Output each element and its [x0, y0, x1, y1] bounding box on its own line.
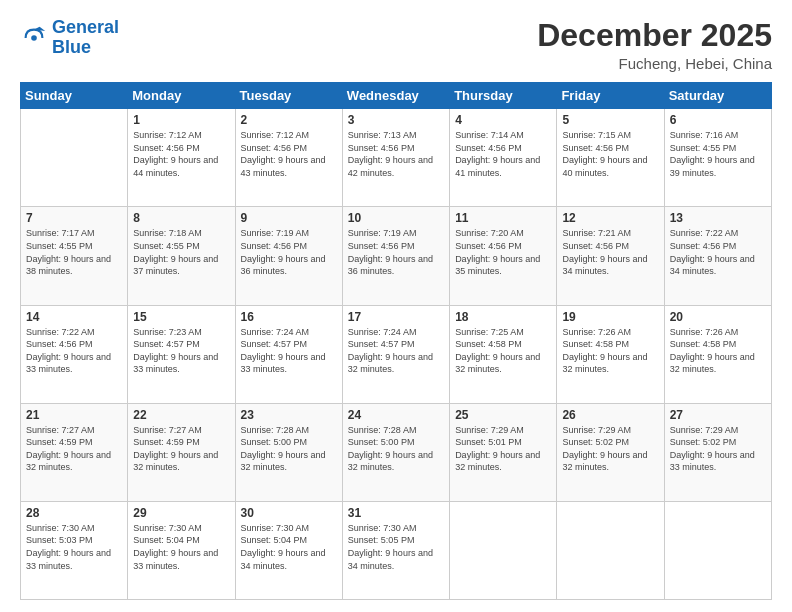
- calendar-cell-w3-d7: 20Sunrise: 7:26 AMSunset: 4:58 PMDayligh…: [664, 305, 771, 403]
- daylight-text: Daylight: 9 hours and 33 minutes.: [133, 351, 229, 376]
- sunset-text: Sunset: 4:55 PM: [26, 240, 122, 253]
- daylight-text: Daylight: 9 hours and 32 minutes.: [670, 351, 766, 376]
- day-number: 12: [562, 211, 658, 225]
- day-number: 28: [26, 506, 122, 520]
- daylight-text: Daylight: 9 hours and 39 minutes.: [670, 154, 766, 179]
- calendar-week-1: 1Sunrise: 7:12 AMSunset: 4:56 PMDaylight…: [21, 109, 772, 207]
- day-info: Sunrise: 7:19 AMSunset: 4:56 PMDaylight:…: [241, 227, 337, 277]
- daylight-text: Daylight: 9 hours and 36 minutes.: [241, 253, 337, 278]
- col-sunday: Sunday: [21, 83, 128, 109]
- day-info: Sunrise: 7:22 AMSunset: 4:56 PMDaylight:…: [26, 326, 122, 376]
- day-number: 9: [241, 211, 337, 225]
- sunrise-text: Sunrise: 7:24 AM: [348, 326, 444, 339]
- sunset-text: Sunset: 5:00 PM: [348, 436, 444, 449]
- daylight-text: Daylight: 9 hours and 41 minutes.: [455, 154, 551, 179]
- calendar-cell-w5-d5: [450, 501, 557, 599]
- daylight-text: Daylight: 9 hours and 42 minutes.: [348, 154, 444, 179]
- day-info: Sunrise: 7:30 AMSunset: 5:04 PMDaylight:…: [241, 522, 337, 572]
- sunrise-text: Sunrise: 7:12 AM: [241, 129, 337, 142]
- page: General Blue December 2025 Fucheng, Hebe…: [0, 0, 792, 612]
- calendar-cell-w2-d3: 9Sunrise: 7:19 AMSunset: 4:56 PMDaylight…: [235, 207, 342, 305]
- calendar-cell-w1-d6: 5Sunrise: 7:15 AMSunset: 4:56 PMDaylight…: [557, 109, 664, 207]
- day-info: Sunrise: 7:20 AMSunset: 4:56 PMDaylight:…: [455, 227, 551, 277]
- calendar-week-4: 21Sunrise: 7:27 AMSunset: 4:59 PMDayligh…: [21, 403, 772, 501]
- sunrise-text: Sunrise: 7:27 AM: [26, 424, 122, 437]
- day-number: 4: [455, 113, 551, 127]
- calendar-cell-w4-d1: 21Sunrise: 7:27 AMSunset: 4:59 PMDayligh…: [21, 403, 128, 501]
- calendar-cell-w3-d2: 15Sunrise: 7:23 AMSunset: 4:57 PMDayligh…: [128, 305, 235, 403]
- sunrise-text: Sunrise: 7:20 AM: [455, 227, 551, 240]
- sunrise-text: Sunrise: 7:26 AM: [562, 326, 658, 339]
- sunset-text: Sunset: 5:04 PM: [241, 534, 337, 547]
- sunrise-text: Sunrise: 7:23 AM: [133, 326, 229, 339]
- calendar-cell-w1-d4: 3Sunrise: 7:13 AMSunset: 4:56 PMDaylight…: [342, 109, 449, 207]
- daylight-text: Daylight: 9 hours and 40 minutes.: [562, 154, 658, 179]
- sunrise-text: Sunrise: 7:12 AM: [133, 129, 229, 142]
- sunset-text: Sunset: 4:57 PM: [348, 338, 444, 351]
- col-wednesday: Wednesday: [342, 83, 449, 109]
- day-info: Sunrise: 7:30 AMSunset: 5:04 PMDaylight:…: [133, 522, 229, 572]
- daylight-text: Daylight: 9 hours and 32 minutes.: [133, 449, 229, 474]
- day-number: 19: [562, 310, 658, 324]
- calendar-cell-w1-d7: 6Sunrise: 7:16 AMSunset: 4:55 PMDaylight…: [664, 109, 771, 207]
- calendar-cell-w2-d1: 7Sunrise: 7:17 AMSunset: 4:55 PMDaylight…: [21, 207, 128, 305]
- day-info: Sunrise: 7:25 AMSunset: 4:58 PMDaylight:…: [455, 326, 551, 376]
- sunrise-text: Sunrise: 7:17 AM: [26, 227, 122, 240]
- day-info: Sunrise: 7:27 AMSunset: 4:59 PMDaylight:…: [26, 424, 122, 474]
- sunrise-text: Sunrise: 7:29 AM: [562, 424, 658, 437]
- sunrise-text: Sunrise: 7:30 AM: [133, 522, 229, 535]
- daylight-text: Daylight: 9 hours and 33 minutes.: [241, 351, 337, 376]
- sunset-text: Sunset: 4:57 PM: [133, 338, 229, 351]
- sunrise-text: Sunrise: 7:29 AM: [670, 424, 766, 437]
- calendar-week-3: 14Sunrise: 7:22 AMSunset: 4:56 PMDayligh…: [21, 305, 772, 403]
- day-number: 10: [348, 211, 444, 225]
- day-info: Sunrise: 7:19 AMSunset: 4:56 PMDaylight:…: [348, 227, 444, 277]
- day-number: 2: [241, 113, 337, 127]
- logo-text: General Blue: [52, 18, 119, 58]
- daylight-text: Daylight: 9 hours and 34 minutes.: [241, 547, 337, 572]
- daylight-text: Daylight: 9 hours and 38 minutes.: [26, 253, 122, 278]
- sunrise-text: Sunrise: 7:24 AM: [241, 326, 337, 339]
- day-number: 16: [241, 310, 337, 324]
- sunset-text: Sunset: 4:56 PM: [562, 142, 658, 155]
- day-number: 22: [133, 408, 229, 422]
- sunset-text: Sunset: 5:02 PM: [562, 436, 658, 449]
- day-info: Sunrise: 7:29 AMSunset: 5:01 PMDaylight:…: [455, 424, 551, 474]
- day-info: Sunrise: 7:28 AMSunset: 5:00 PMDaylight:…: [241, 424, 337, 474]
- day-number: 17: [348, 310, 444, 324]
- sunset-text: Sunset: 4:56 PM: [670, 240, 766, 253]
- daylight-text: Daylight: 9 hours and 33 minutes.: [133, 547, 229, 572]
- sunset-text: Sunset: 5:03 PM: [26, 534, 122, 547]
- day-info: Sunrise: 7:17 AMSunset: 4:55 PMDaylight:…: [26, 227, 122, 277]
- sunset-text: Sunset: 5:04 PM: [133, 534, 229, 547]
- calendar-header-row: Sunday Monday Tuesday Wednesday Thursday…: [21, 83, 772, 109]
- day-info: Sunrise: 7:12 AMSunset: 4:56 PMDaylight:…: [133, 129, 229, 179]
- sunrise-text: Sunrise: 7:15 AM: [562, 129, 658, 142]
- sunrise-text: Sunrise: 7:21 AM: [562, 227, 658, 240]
- day-info: Sunrise: 7:12 AMSunset: 4:56 PMDaylight:…: [241, 129, 337, 179]
- sunset-text: Sunset: 4:56 PM: [455, 142, 551, 155]
- sunset-text: Sunset: 4:58 PM: [455, 338, 551, 351]
- day-info: Sunrise: 7:29 AMSunset: 5:02 PMDaylight:…: [670, 424, 766, 474]
- day-number: 1: [133, 113, 229, 127]
- daylight-text: Daylight: 9 hours and 34 minutes.: [670, 253, 766, 278]
- col-monday: Monday: [128, 83, 235, 109]
- month-title: December 2025: [537, 18, 772, 53]
- calendar-cell-w3-d1: 14Sunrise: 7:22 AMSunset: 4:56 PMDayligh…: [21, 305, 128, 403]
- calendar-cell-w4-d5: 25Sunrise: 7:29 AMSunset: 5:01 PMDayligh…: [450, 403, 557, 501]
- day-info: Sunrise: 7:30 AMSunset: 5:03 PMDaylight:…: [26, 522, 122, 572]
- logo: General Blue: [20, 18, 119, 58]
- sunset-text: Sunset: 4:59 PM: [133, 436, 229, 449]
- calendar-cell-w5-d7: [664, 501, 771, 599]
- day-number: 13: [670, 211, 766, 225]
- daylight-text: Daylight: 9 hours and 34 minutes.: [562, 253, 658, 278]
- calendar-cell-w5-d4: 31Sunrise: 7:30 AMSunset: 5:05 PMDayligh…: [342, 501, 449, 599]
- col-thursday: Thursday: [450, 83, 557, 109]
- sunrise-text: Sunrise: 7:16 AM: [670, 129, 766, 142]
- daylight-text: Daylight: 9 hours and 32 minutes.: [455, 351, 551, 376]
- calendar-cell-w4-d3: 23Sunrise: 7:28 AMSunset: 5:00 PMDayligh…: [235, 403, 342, 501]
- sunrise-text: Sunrise: 7:30 AM: [241, 522, 337, 535]
- sunset-text: Sunset: 5:00 PM: [241, 436, 337, 449]
- sunrise-text: Sunrise: 7:28 AM: [348, 424, 444, 437]
- calendar-cell-w5-d1: 28Sunrise: 7:30 AMSunset: 5:03 PMDayligh…: [21, 501, 128, 599]
